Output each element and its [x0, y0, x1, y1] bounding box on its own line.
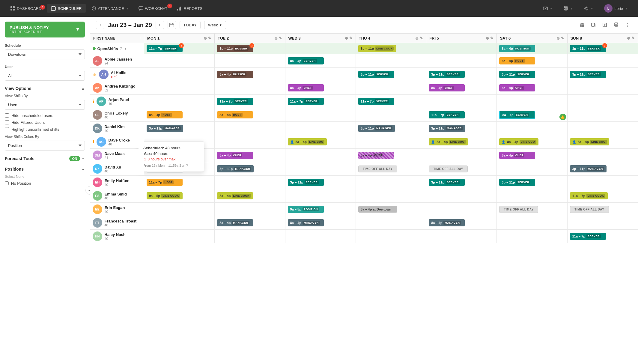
francesca-wed[interactable]: 8a – 4p MANAGER [285, 216, 356, 230]
andrea-tue[interactable] [215, 81, 285, 95]
wed-copy-icon[interactable]: ⊕ [345, 36, 348, 40]
davidxu-thu[interactable]: TIME OFF ALL DAY [356, 162, 426, 176]
alhollie-fri[interactable]: 3p – 11p SERVER [426, 68, 497, 81]
arjun-wed-shift[interactable]: 11a – 7p SERVER [288, 98, 324, 105]
alhollie-thu[interactable]: 3p – 11p SERVER [356, 68, 426, 81]
emily-sat[interactable]: 3p – 11p SERVER [497, 176, 567, 189]
alhollie-tue[interactable]: 8a – 4p BUSSER [215, 68, 285, 81]
week-selector-btn[interactable]: Week ▼ [204, 21, 226, 29]
chris-fri-shift[interactable]: 11a – 7p SERVER [429, 111, 465, 118]
arjun-tue-shift[interactable]: 11a – 7p SERVER [217, 98, 253, 105]
emma-sat[interactable] [497, 189, 567, 203]
forecast-header[interactable]: Forecast Tools [5, 156, 69, 161]
abbie-wed-shift[interactable]: 8a – 4p SERVER [288, 57, 324, 64]
open-shift-tue[interactable]: 3p – 11p BUSSER 3 [217, 45, 253, 52]
nav-print[interactable]: ▼ [559, 4, 577, 13]
highlight-unconfirmed-checkbox[interactable] [5, 127, 9, 131]
calendar-picker-btn[interactable] [168, 21, 176, 29]
emma-sun[interactable]: 11a – 7p LINE COOK [567, 189, 638, 203]
francesca-thu[interactable] [356, 216, 426, 230]
davidxu-sat[interactable] [497, 162, 567, 176]
snap-icon-btn[interactable] [577, 20, 586, 29]
user-select[interactable]: All [5, 71, 85, 81]
davecroke-fri[interactable]: 👤 8a – 4p LINE COO [426, 135, 497, 149]
davecroke-sun[interactable]: 👤 8a – 4p LINE COO [567, 135, 638, 149]
mon-copy-icon[interactable]: ⊕ [204, 36, 207, 40]
nav-item-dashboard[interactable]: DASHBOARD 1 [6, 4, 46, 13]
hide-filtered-checkbox[interactable] [5, 120, 9, 124]
open-shift-thu[interactable]: 3p – 11p LINE COOK [358, 45, 396, 52]
abbie-sat-shift[interactable]: 8a – 4p HOST [499, 57, 535, 64]
open-tue-cell[interactable]: 3p – 11p BUSSER 3 [215, 43, 285, 54]
emily-fri-shift[interactable]: 3p – 11p SERVER [429, 179, 465, 186]
davecroke-wed[interactable]: 👤 8a – 4p LINE COO [285, 135, 356, 149]
davidxu-fri-timeoff[interactable]: TIME OFF ALL DAY [429, 166, 468, 172]
daniel-sat[interactable] [497, 122, 567, 135]
thumbs-up-icon[interactable]: 👍 [559, 114, 566, 120]
arjun-fri[interactable] [426, 95, 497, 108]
wed-edit-icon[interactable]: ✎ [349, 36, 353, 40]
sat-copy-icon[interactable]: ⊕ [556, 36, 560, 40]
daniel-fri-shift[interactable]: 3p – 11p MANAGER [429, 125, 465, 132]
davecroke-sat-shift[interactable]: 👤 8a – 4p LINE COO [499, 138, 538, 145]
alhollie-wed[interactable] [285, 68, 356, 81]
emily-mon-shift[interactable]: 11a – 7p HOST [147, 179, 183, 186]
andrea-sat-shift[interactable]: 8a – 4p CHEF [499, 84, 535, 91]
erin-mon[interactable] [144, 203, 215, 216]
next-week-btn[interactable]: › [156, 21, 164, 29]
andrea-thu[interactable] [356, 81, 426, 95]
davidxu-fri[interactable]: TIME OFF ALL DAY [426, 162, 497, 176]
hide-unscheduled-checkbox[interactable] [5, 113, 9, 118]
print-sched-icon-btn[interactable] [612, 20, 621, 29]
davidxu-sun-shift[interactable]: 3p – 11p MANAGER [570, 165, 607, 172]
francesca-fri[interactable]: 8a – 4p MANAGER [426, 216, 497, 230]
abbie-sat[interactable]: 8a – 4p HOST [497, 54, 567, 68]
select-none-link[interactable]: Select None [5, 175, 85, 179]
francesca-mon[interactable] [144, 216, 215, 230]
davemaas-fri[interactable] [426, 149, 497, 162]
davecroke-tue[interactable] [215, 135, 285, 149]
sun-copy-icon[interactable]: ⊕ [627, 36, 630, 40]
mon-edit-icon[interactable]: ✎ [208, 36, 211, 40]
chris-mon[interactable]: 8a – 4p HOST [144, 108, 215, 122]
abbie-mon[interactable] [144, 54, 215, 68]
emma-mon-shift[interactable]: 9a – 5p LINE COOK [147, 192, 183, 199]
andrea-mon[interactable] [144, 81, 215, 95]
nav-item-workchat[interactable]: WORKCHAT 1 [134, 4, 172, 13]
sat-edit-icon[interactable]: ✎ [561, 36, 564, 40]
erin-tue[interactable] [215, 203, 285, 216]
erin-sun-timeoff[interactable]: TIME OFF ALL DAY [570, 206, 609, 213]
erin-fri[interactable] [426, 203, 497, 216]
emma-sun-shift[interactable]: 11a – 7p LINE COOK [570, 192, 608, 199]
daniel-wed[interactable] [285, 122, 356, 135]
davemaas-sat[interactable]: 8a – 4p CHEF [497, 149, 567, 162]
daniel-tue[interactable] [215, 122, 285, 135]
arjun-mon[interactable] [144, 95, 215, 108]
abbie-wed[interactable]: 8a – 4p SERVER [285, 54, 356, 68]
chris-mon-shift[interactable]: 8a – 4p HOST [147, 111, 183, 118]
andrea-sat[interactable]: 8a – 4p CHEF [497, 81, 567, 95]
alhollie-fri-shift[interactable]: 3p – 11p SERVER [429, 71, 465, 78]
chris-sun[interactable] [567, 108, 638, 122]
open-shift-sun[interactable]: 3p – 11p SERVER 2 [570, 45, 606, 52]
emma-mon[interactable]: 9a – 5p LINE COOK [144, 189, 215, 203]
thu-copy-icon[interactable]: ⊕ [415, 36, 419, 40]
erin-sun[interactable]: TIME OFF ALL DAY [567, 203, 638, 216]
daniel-fri[interactable]: 3p – 11p MANAGER [426, 122, 497, 135]
erin-thu[interactable]: 8a – 4p at Dowtown [356, 203, 426, 216]
abbie-thu[interactable] [356, 54, 426, 68]
alhollie-sun[interactable]: 3p – 11p SERVER [567, 68, 638, 81]
schedule-select[interactable]: Downtown [5, 49, 85, 59]
davidxu-thu-timeoff[interactable]: TIME OFF ALL DAY [358, 166, 397, 172]
davemaas-thu-shift[interactable]: 8a – 4p CHEF [358, 152, 394, 159]
francesca-wed-shift[interactable]: 8a – 4p MANAGER [288, 219, 324, 226]
emma-fri[interactable] [426, 189, 497, 203]
emily-mon[interactable]: 11a – 7p HOST [144, 176, 215, 189]
erin-wed-shift[interactable]: 9a – 5p POSITION [288, 206, 324, 213]
open-wed-cell[interactable] [285, 43, 356, 54]
davemaas-tue-shift[interactable]: 8a – 4p CHEF [217, 152, 253, 159]
erin-thu-shift[interactable]: 8a – 4p at Dowtown [358, 206, 397, 213]
copy-icon-btn[interactable] [589, 20, 598, 29]
daniel-mon[interactable]: 3p – 11p MANAGER [144, 122, 215, 135]
erin-wed[interactable]: 9a – 5p POSITION [285, 203, 356, 216]
